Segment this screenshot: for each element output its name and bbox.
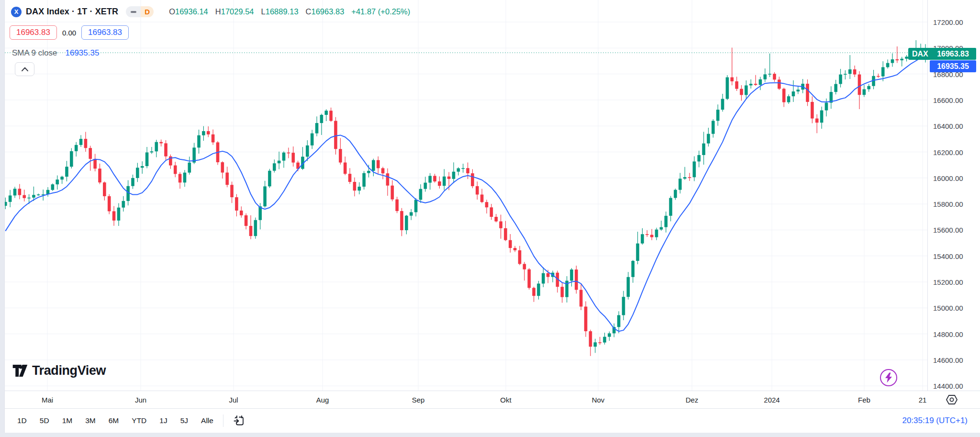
candle-body [344,162,347,174]
candle-body [669,198,672,215]
candle-body [414,200,418,212]
boost-button[interactable] [880,369,897,386]
candle-body [174,166,177,174]
candle-body [641,234,644,243]
candle-body [712,121,715,134]
candle-body [329,111,333,121]
candle-body [608,333,611,336]
time-tick-2024: 2024 [764,396,780,404]
candle-body [188,163,191,173]
candle-body [693,161,696,177]
candle-body [235,197,238,211]
spread-value: 0.00 [62,29,76,37]
tradingview-chart-widget: 17200.0017000.0016800.0016600.0016400.00… [4,0,980,433]
candle-body [457,168,460,172]
candle-body [334,121,337,149]
candle-body [419,189,423,200]
candle-body [353,182,356,190]
range-button-5j[interactable]: 5J [180,416,188,425]
interval-badge[interactable]: D [141,6,154,17]
candle-body [896,59,899,60]
candle-body [159,142,163,144]
range-button-alle[interactable]: Alle [201,416,213,425]
candle-body [122,201,125,208]
candle-body [306,146,309,157]
range-button-5d[interactable]: 5D [40,416,49,425]
candle-body [806,84,809,102]
time-axis[interactable]: MaiJunJulAugSepOktNovDez2024Feb21 [5,391,980,408]
candle-body [490,207,493,217]
price-tick: 17200.00 [933,18,963,26]
candle-body [268,171,271,187]
candle-body [655,230,658,237]
symbol-price-chip[interactable]: DAX [908,48,932,60]
candle-body [476,186,479,195]
minimize-dash-icon[interactable] [126,6,141,17]
candle-body [523,264,526,269]
candle-body [155,142,158,152]
candle-body [504,228,507,240]
range-button-6m[interactable]: 6M [109,416,119,425]
candle-body [749,84,753,85]
buy-price-button[interactable]: 16963.83 [81,25,129,40]
candle-body [886,63,890,67]
candle-body [839,75,842,84]
range-button-1j[interactable]: 1J [159,416,167,425]
candle-body [575,269,578,290]
time-tick-aug: Aug [316,396,329,404]
axis-settings-gear-icon[interactable] [946,393,958,406]
sell-price-button[interactable]: 16963.83 [10,25,57,40]
time-tick-dez: Dez [686,396,699,404]
candle-body [584,307,588,331]
candle-body [726,78,729,99]
candle-body [721,99,724,110]
candle-body [848,69,852,74]
candle-body [447,177,451,179]
candle-body [825,103,828,111]
candle-body [278,161,281,164]
interval-pill[interactable]: D [126,6,154,17]
candle-body [532,288,535,296]
time-tick-sep: Sep [412,396,425,404]
candle-body [787,96,791,102]
indicator-legend[interactable]: SMA 9 close 16935.35 [12,48,99,58]
chart-canvas[interactable] [5,0,927,391]
candle-body [410,212,413,215]
candle-body [79,139,83,145]
candle-body [844,74,847,75]
lightning-icon [884,372,893,383]
candle-body [93,159,97,168]
candle-body [570,269,573,280]
symbol-title[interactable]: DAX Index · 1T · XETR [26,7,118,17]
candle-body [428,176,432,182]
range-button-1m[interactable]: 1M [62,416,73,425]
ohlc-values: O16936.14H17029.54L16889.13C16963.83+41.… [169,7,410,16]
range-button-ytd[interactable]: YTD [132,416,146,425]
ohlc-pair: L16889.13 [261,7,299,16]
go-to-date-icon[interactable] [233,415,245,427]
candle-body [452,172,456,179]
session-clock[interactable]: 20:35:19 (UTC+1) [902,416,968,426]
range-button-1d[interactable]: 1D [17,416,27,425]
candle-body [863,89,866,95]
candle-body [499,222,502,228]
candle-body [664,216,668,227]
candle-body [381,168,385,173]
candle-body [877,76,880,77]
candle-body [796,90,800,91]
candle-body [225,173,229,185]
candle-body [60,177,64,179]
candle-body [438,181,441,186]
candle-body [754,84,757,85]
chevron-up-icon [22,67,28,71]
candle-body [480,194,484,202]
symbol-logo-icon[interactable]: X [11,7,22,17]
range-button-3m[interactable]: 3M [85,416,96,425]
candle-body [471,173,474,186]
time-tick-okt: Okt [500,396,511,404]
candle-body [164,143,167,156]
candle-body [735,81,738,89]
indicator-name: SMA 9 close [12,48,57,58]
tradingview-logo[interactable]: TradingView [12,363,106,378]
collapse-legend-button[interactable] [15,62,34,76]
